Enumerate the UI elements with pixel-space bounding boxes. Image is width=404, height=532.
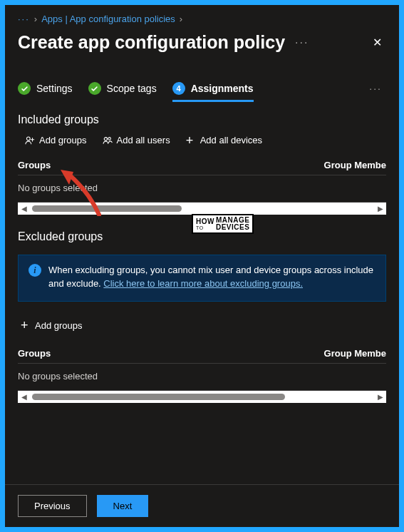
col-groups: Groups	[18, 348, 51, 359]
wm-how: HOW	[196, 218, 214, 225]
breadcrumb: ··· › Apps | App configuration policies …	[5, 5, 399, 29]
included-heading: Included groups	[18, 113, 386, 126]
included-groups-section: Included groups Add groups Add all users…	[5, 101, 399, 215]
next-button[interactable]: Next	[97, 495, 149, 517]
excluded-scrollbar[interactable]: ◀ ▶	[18, 391, 386, 403]
excluded-empty-text: No groups selected	[18, 371, 98, 382]
tab-scope-tags[interactable]: Scope tags	[88, 82, 157, 101]
add-all-users-label: Add all users	[117, 135, 170, 145]
wizard-footer: Previous Next	[5, 484, 399, 527]
tabs-overflow-icon[interactable]: ···	[369, 83, 382, 100]
included-command-bar: Add groups Add all users + Add all devic…	[18, 135, 386, 145]
page-title: Create app configuration policy	[18, 32, 285, 53]
svg-point-1	[104, 137, 107, 140]
col-group-members: Group Membe	[324, 160, 386, 170]
included-empty-text: No groups selected	[18, 183, 98, 193]
wm-devices: DEVICES	[216, 224, 249, 231]
excluded-add-groups-button[interactable]: + Add groups	[21, 320, 83, 331]
scroll-right-icon[interactable]: ▶	[374, 203, 386, 215]
scroll-left-icon[interactable]: ◀	[18, 203, 30, 215]
included-scrollbar[interactable]: ◀ ▶	[18, 203, 386, 215]
col-group-members: Group Membe	[324, 348, 386, 359]
watermark-logo: HOW TO MANAGE DEVICES	[192, 214, 254, 234]
tab-assignments-label: Assignments	[191, 83, 254, 94]
check-icon	[18, 82, 31, 95]
included-table-body: No groups selected	[18, 175, 386, 203]
excluded-table-body: No groups selected	[18, 364, 386, 391]
plus-icon: +	[21, 320, 31, 330]
exclusion-info-box: i When excluding groups, you cannot mix …	[18, 255, 386, 302]
info-text: When excluding groups, you cannot mix us…	[48, 264, 375, 291]
add-all-devices-label: Add all devices	[200, 135, 262, 145]
chevron-right-icon: ›	[180, 14, 182, 24]
close-icon[interactable]: ✕	[368, 31, 386, 53]
svg-point-2	[108, 137, 110, 140]
tab-settings[interactable]: Settings	[18, 82, 73, 101]
add-groups-label: Add groups	[39, 135, 87, 145]
wizard-tabs: Settings Scope tags 4 Assignments ···	[5, 53, 399, 101]
breadcrumb-root-ellipsis[interactable]: ···	[18, 14, 30, 24]
scroll-left-icon[interactable]: ◀	[18, 391, 30, 403]
tab-scope-label: Scope tags	[107, 83, 157, 94]
check-icon	[88, 82, 101, 95]
col-groups: Groups	[18, 160, 51, 170]
excluded-groups-content: + Add groups Groups Group Membe No group…	[5, 302, 399, 403]
tab-settings-label: Settings	[36, 83, 73, 94]
person-add-icon	[25, 135, 35, 145]
scroll-right-icon[interactable]: ▶	[374, 391, 386, 403]
title-more-icon[interactable]: ···	[295, 36, 309, 49]
previous-button[interactable]: Previous	[18, 495, 87, 517]
scroll-thumb[interactable]	[32, 205, 182, 212]
title-row: Create app configuration policy ··· ✕	[5, 29, 399, 53]
scroll-thumb[interactable]	[32, 394, 285, 400]
tab-assignments[interactable]: 4 Assignments	[172, 82, 254, 101]
info-icon: i	[29, 264, 41, 277]
wm-to: TO	[196, 225, 214, 230]
included-table-header: Groups Group Membe	[18, 154, 386, 175]
add-all-devices-button[interactable]: + Add all devices	[186, 135, 262, 145]
add-groups-button[interactable]: Add groups	[25, 135, 87, 145]
plus-icon: +	[186, 135, 196, 145]
step-number-badge: 4	[172, 82, 185, 95]
breadcrumb-link[interactable]: Apps | App configuration policies	[41, 14, 175, 24]
svg-point-0	[26, 137, 30, 140]
excluded-table-header: Groups Group Membe	[18, 342, 386, 364]
blade-panel: ··· › Apps | App configuration policies …	[5, 5, 399, 527]
excluded-add-groups-label: Add groups	[35, 320, 83, 331]
people-icon	[103, 135, 113, 145]
chevron-right-icon: ›	[34, 14, 37, 24]
add-all-users-button[interactable]: Add all users	[103, 135, 170, 145]
info-link[interactable]: Click here to learn more about excluding…	[103, 278, 303, 289]
